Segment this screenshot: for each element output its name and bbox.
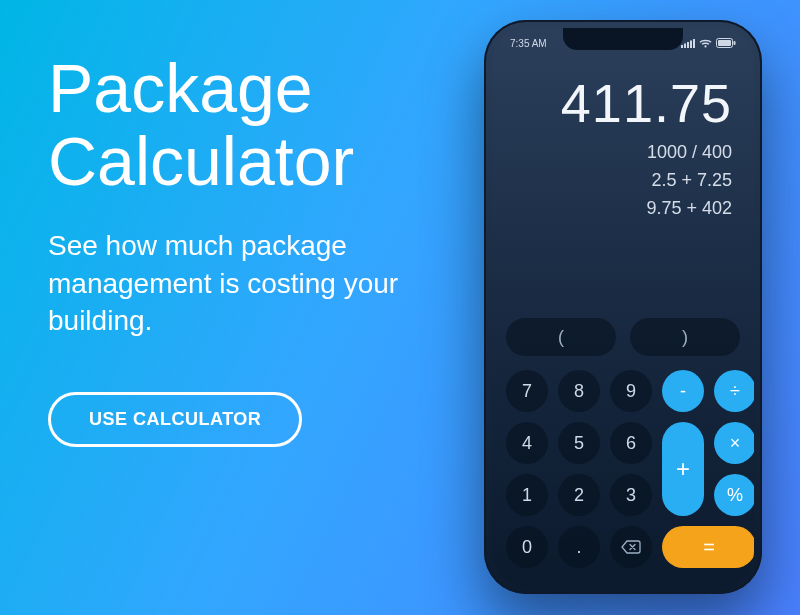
key-dot[interactable]: . bbox=[558, 526, 600, 568]
calc-result: 411.75 bbox=[514, 74, 732, 133]
key-6[interactable]: 6 bbox=[610, 422, 652, 464]
use-calculator-button[interactable]: USE CALCULATOR bbox=[48, 392, 302, 447]
status-time: 7:35 AM bbox=[510, 38, 547, 49]
phone-screen: 7:35 AM 411.75 1000 / 400 2.5 + 7.25 bbox=[492, 28, 754, 586]
svg-point-5 bbox=[704, 45, 706, 47]
headline: Package Calculator bbox=[48, 52, 468, 199]
hero-banner: Package Calculator See how much package … bbox=[0, 0, 800, 615]
wifi-icon bbox=[699, 39, 712, 48]
phone-notch bbox=[563, 28, 683, 50]
key-paren-open[interactable]: ( bbox=[506, 318, 616, 356]
key-backspace[interactable] bbox=[610, 526, 652, 568]
headline-line-2: Calculator bbox=[48, 123, 354, 199]
copy-block: Package Calculator See how much package … bbox=[48, 52, 468, 447]
svg-rect-4 bbox=[693, 39, 695, 48]
calc-history-1: 1000 / 400 bbox=[514, 139, 732, 167]
calc-history-3: 9.75 + 402 bbox=[514, 195, 732, 223]
battery-icon bbox=[716, 38, 736, 48]
key-4[interactable]: 4 bbox=[506, 422, 548, 464]
svg-rect-7 bbox=[718, 40, 731, 46]
key-plus[interactable]: + bbox=[662, 422, 704, 516]
key-0[interactable]: 0 bbox=[506, 526, 548, 568]
key-equals[interactable]: = bbox=[662, 526, 754, 568]
svg-rect-2 bbox=[687, 42, 689, 48]
calc-history-2: 2.5 + 7.25 bbox=[514, 167, 732, 195]
signal-icon bbox=[681, 39, 695, 48]
svg-rect-8 bbox=[734, 41, 736, 45]
svg-rect-1 bbox=[684, 43, 686, 48]
status-indicators bbox=[681, 38, 736, 48]
subheadline: See how much package management is costi… bbox=[48, 227, 428, 340]
key-9[interactable]: 9 bbox=[610, 370, 652, 412]
calc-keypad: ( ) 7 8 9 - ÷ 4 5 6 + × 1 bbox=[506, 318, 740, 568]
backspace-icon bbox=[621, 540, 641, 554]
key-times[interactable]: × bbox=[714, 422, 754, 464]
key-paren-close[interactable]: ) bbox=[630, 318, 740, 356]
key-minus[interactable]: - bbox=[662, 370, 704, 412]
key-7[interactable]: 7 bbox=[506, 370, 548, 412]
key-8[interactable]: 8 bbox=[558, 370, 600, 412]
key-2[interactable]: 2 bbox=[558, 474, 600, 516]
key-1[interactable]: 1 bbox=[506, 474, 548, 516]
key-3[interactable]: 3 bbox=[610, 474, 652, 516]
svg-rect-0 bbox=[681, 45, 683, 48]
key-divide[interactable]: ÷ bbox=[714, 370, 754, 412]
key-5[interactable]: 5 bbox=[558, 422, 600, 464]
svg-rect-3 bbox=[690, 40, 692, 48]
headline-line-1: Package bbox=[48, 50, 313, 126]
phone-mockup: 7:35 AM 411.75 1000 / 400 2.5 + 7.25 bbox=[484, 20, 762, 594]
key-percent[interactable]: % bbox=[714, 474, 754, 516]
calc-display: 411.75 1000 / 400 2.5 + 7.25 9.75 + 402 bbox=[492, 74, 754, 223]
